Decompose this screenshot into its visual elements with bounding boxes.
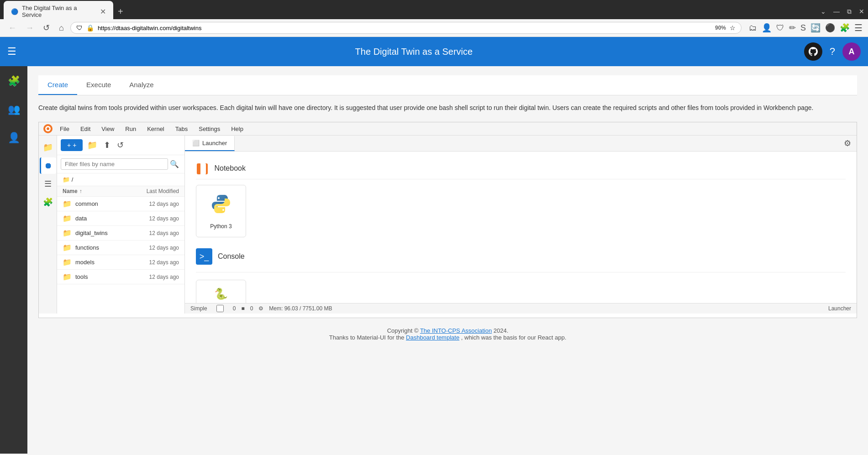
name-column-header[interactable]: Name ↑ (63, 188, 124, 194)
shield-icon: 🛡 (76, 24, 83, 31)
zoom-level: 90% (715, 25, 726, 31)
forward-button[interactable]: → (23, 22, 37, 34)
notebook-section-title: Notebook (196, 162, 846, 179)
tab-create[interactable]: Create (38, 75, 77, 95)
menu-kernel[interactable]: Kernel (142, 124, 169, 134)
dropdown-icon[interactable]: ⌄ (821, 8, 826, 16)
menu-help[interactable]: Help (226, 124, 248, 134)
tab-analyze[interactable]: Analyze (120, 75, 163, 95)
counter1-value: 0 (233, 305, 236, 312)
file-item-digital-twins[interactable]: 📁 digital_twins 12 days ago (57, 226, 184, 241)
simple-label: Simple (190, 305, 207, 312)
association-link[interactable]: The INTO-CPS Association (420, 327, 492, 334)
page-description: Create digital twins from tools provided… (38, 103, 857, 113)
file-browser-panel: + + 📁 ⬆ ↺ 🔍 📁 / (57, 136, 185, 314)
file-item-functions[interactable]: 📁 functions 12 days ago (57, 241, 184, 255)
main-tabs: Create Execute Analyze (38, 75, 857, 95)
file-path: 📁 / (57, 173, 184, 186)
menu-settings[interactable]: Settings (194, 124, 225, 134)
page-footer: Copyright © The INTO-CPS Association 202… (38, 318, 857, 350)
commands-tab[interactable]: ☰ (40, 176, 56, 192)
svg-point-2 (47, 127, 49, 130)
menu-run[interactable]: Run (121, 124, 141, 134)
folder-icon-tools: 📁 (63, 272, 72, 281)
github-icon[interactable] (804, 42, 822, 61)
hamburger-menu-icon[interactable]: ☰ (854, 22, 863, 33)
python3-kernel-name: Python 3 (204, 223, 238, 230)
year-text: 2024. (494, 327, 509, 334)
dashboard-link[interactable]: Dashboard template (406, 334, 459, 341)
url-input[interactable] (98, 25, 711, 31)
search-button[interactable]: 🔍 (168, 158, 181, 170)
menu-file[interactable]: File (55, 124, 74, 134)
launcher-settings-button[interactable]: ⚙ (838, 136, 857, 151)
launcher-tab[interactable]: ⬜ Launcher (185, 136, 235, 151)
edit-icon[interactable]: ✏ (789, 23, 796, 33)
simple-toggle[interactable] (213, 305, 227, 312)
address-bar: 🛡 🔒 90% ☆ (70, 22, 742, 34)
header-icons: ? A (804, 42, 861, 61)
folder-icon: 📁 (63, 176, 70, 183)
file-name-functions: functions (75, 244, 124, 251)
profile-icon[interactable]: 👤 (762, 23, 772, 33)
menu-view[interactable]: View (97, 124, 119, 134)
bottom-kernel-card[interactable]: 🐍 (196, 280, 246, 303)
launcher-tab-bar: ⬜ Launcher ⚙ (185, 136, 857, 152)
home-button[interactable]: ⌂ (56, 22, 67, 34)
sidebar-item-extensions[interactable]: 🧩 (4, 72, 24, 91)
simple-toggle-input[interactable] (213, 305, 227, 312)
sidebar-item-users[interactable]: 👥 (4, 100, 24, 119)
extensions-browser-icon[interactable]: 🧩 (840, 23, 850, 33)
launcher-tab-icon: ⬜ (192, 140, 200, 146)
help-button[interactable]: ? (830, 46, 835, 58)
new-tab-button[interactable]: + (113, 5, 128, 19)
sidebar-toggle-button[interactable]: ☰ (7, 46, 16, 58)
tab-close-button[interactable]: ✕ (100, 7, 106, 16)
file-item-tools[interactable]: 📁 tools 12 days ago (57, 270, 184, 284)
maximize-button[interactable]: ⧉ (847, 8, 852, 16)
browser-chrome: 🔵 The Digital Twin as a Service ✕ + ⌄ — … (0, 0, 868, 37)
s-icon[interactable]: S (800, 23, 806, 33)
sidebar-item-user-settings[interactable]: 👤 (4, 128, 24, 147)
path-label: / (72, 176, 74, 183)
file-item-models[interactable]: 📁 models 12 days ago (57, 255, 184, 270)
file-modified-common: 12 days ago (124, 201, 179, 207)
new-folder-button[interactable]: 📁 (85, 138, 99, 152)
jupyter-side-tabs: 📁 ⏺ ☰ 🧩 (39, 136, 57, 314)
minimize-button[interactable]: — (833, 8, 840, 16)
file-browser-toolbar: + + 📁 ⬆ ↺ (57, 136, 184, 155)
refresh-button[interactable]: ↺ (115, 138, 126, 152)
sidebar: 🧩 👥 👤 (0, 66, 27, 454)
console-label: Console (218, 252, 245, 261)
menu-tabs[interactable]: Tabs (171, 124, 192, 134)
active-tab[interactable]: 🔵 The Digital Twin as a Service ✕ (4, 1, 113, 22)
launcher-status-label: Launcher (828, 305, 851, 312)
running-tab[interactable]: ⏺ (40, 157, 56, 174)
reload-button[interactable]: ↺ (40, 22, 53, 34)
search-bar: 🔍 (57, 155, 184, 173)
circle-icon[interactable]: ⚫ (825, 23, 835, 33)
shield-nav-icon[interactable]: 🛡 (776, 23, 784, 33)
search-input[interactable] (61, 158, 168, 170)
file-item-common[interactable]: 📁 common 12 days ago (57, 197, 184, 211)
jupyter-logo-icon (42, 123, 53, 134)
jupyter-statusbar: Simple 0 ■ 0 ⚙ Mem: 96.03 / 7751.00 MB L… (185, 303, 857, 314)
user-avatar-button[interactable]: A (842, 42, 861, 61)
tab-execute[interactable]: Execute (77, 75, 120, 95)
extensions-jupyter-tab[interactable]: 🧩 (40, 194, 56, 210)
sync-icon[interactable]: 🔄 (810, 23, 821, 33)
python3-kernel-card[interactable]: Python 3 (196, 185, 246, 237)
filebrowser-tab[interactable]: 📁 (40, 139, 56, 156)
upload-button[interactable]: ⬆ (102, 138, 112, 152)
launcher-content: Notebook (185, 152, 857, 303)
close-button[interactable]: ✕ (859, 8, 864, 16)
python3-icon (204, 193, 238, 220)
back-button[interactable]: ← (5, 22, 19, 34)
new-file-button[interactable]: + + (61, 139, 83, 151)
pocket-icon[interactable]: 🗂 (749, 23, 757, 33)
jupyter-menu-bar: File Edit View Run Kernel Tabs Settings … (39, 122, 857, 136)
launcher-tab-label: Launcher (202, 140, 227, 146)
file-item-data[interactable]: 📁 data 12 days ago (57, 211, 184, 226)
menu-edit[interactable]: Edit (76, 124, 95, 134)
star-icon[interactable]: ☆ (730, 24, 736, 31)
